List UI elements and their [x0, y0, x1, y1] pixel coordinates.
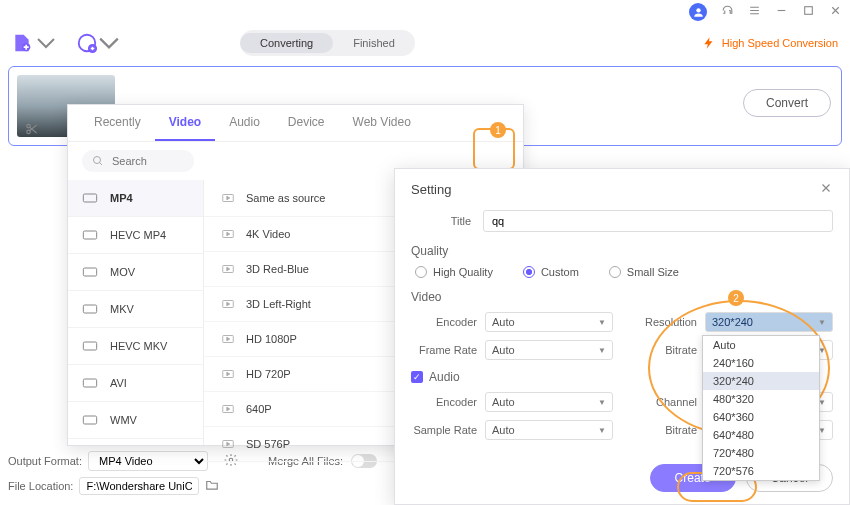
title-input[interactable]: [483, 210, 833, 232]
svg-point-7: [94, 157, 101, 164]
file-location-input[interactable]: [79, 477, 199, 495]
output-format-label: Output Format:: [8, 455, 82, 467]
tab-audio[interactable]: Audio: [215, 105, 274, 141]
res-opt-320-240[interactable]: 320*240: [703, 372, 819, 390]
badge-2: 2: [728, 290, 744, 306]
quality-section-label: Quality: [411, 244, 833, 258]
settings-title: Setting: [411, 182, 451, 197]
video-section-label: Video: [411, 290, 833, 304]
menu-icon[interactable]: [748, 4, 761, 20]
tab-recently[interactable]: Recently: [80, 105, 155, 141]
tab-converting[interactable]: Converting: [240, 33, 333, 53]
audio-section-label: Audio: [429, 370, 460, 384]
radio-custom[interactable]: Custom: [523, 266, 579, 278]
format-avi[interactable]: AVI: [68, 365, 203, 402]
format-search[interactable]: [82, 150, 194, 172]
audio-bitrate-label: Bitrate: [631, 424, 697, 436]
audio-checkbox[interactable]: ✓: [411, 371, 423, 383]
chevron-down-icon: [36, 33, 56, 53]
resolution-dropdown[interactable]: Auto 240*160 320*240 480*320 640*360 640…: [702, 335, 820, 481]
audio-encoder-label: Encoder: [411, 396, 477, 408]
lightning-icon: [702, 36, 716, 50]
headset-icon[interactable]: [721, 4, 734, 20]
res-opt-720-576[interactable]: 720*576: [703, 462, 819, 480]
svg-rect-1: [805, 7, 813, 15]
svg-rect-12: [83, 342, 96, 350]
output-format-select[interactable]: MP4 Video: [88, 451, 208, 471]
format-mov[interactable]: MOV: [68, 254, 203, 291]
framerate-label: Frame Rate: [411, 344, 477, 356]
hsc-label: High Speed Conversion: [722, 37, 838, 49]
svg-rect-11: [83, 305, 96, 313]
format-mkv[interactable]: MKV: [68, 291, 203, 328]
res-opt-240-160[interactable]: 240*160: [703, 354, 819, 372]
close-icon[interactable]: [829, 4, 842, 20]
status-tabs: Converting Finished: [240, 30, 415, 56]
audio-encoder-select[interactable]: Auto▼: [485, 392, 613, 412]
file-location-label: File Location:: [8, 480, 73, 492]
high-speed-conversion[interactable]: High Speed Conversion: [702, 36, 838, 50]
res-opt-auto[interactable]: Auto: [703, 336, 819, 354]
browse-folder-icon[interactable]: [205, 478, 219, 494]
res-opt-640-360[interactable]: 640*360: [703, 408, 819, 426]
toolbar: Converting Finished High Speed Conversio…: [0, 24, 850, 62]
close-settings-icon[interactable]: [819, 181, 833, 198]
res-opt-480-320[interactable]: 480*320: [703, 390, 819, 408]
search-icon: [92, 155, 104, 167]
svg-rect-9: [83, 231, 96, 239]
video-encoder-label: Encoder: [411, 316, 477, 328]
user-icon[interactable]: [689, 3, 707, 21]
samplerate-label: Sample Rate: [411, 424, 477, 436]
svg-rect-13: [83, 379, 96, 387]
chevron-down-icon: [98, 32, 120, 54]
tab-device[interactable]: Device: [274, 105, 339, 141]
format-list[interactable]: MP4 HEVC MP4 MOV MKV HEVC MKV AVI WMV: [68, 180, 204, 445]
res-opt-640-480[interactable]: 640*480: [703, 426, 819, 444]
format-wmv[interactable]: WMV: [68, 402, 203, 439]
format-tabs: Recently Video Audio Device Web Video: [68, 105, 523, 142]
tab-video[interactable]: Video: [155, 105, 215, 141]
tab-finished[interactable]: Finished: [333, 33, 415, 53]
samplerate-select[interactable]: Auto▼: [485, 420, 613, 440]
add-file-button[interactable]: [12, 33, 56, 53]
convert-button[interactable]: Convert: [743, 89, 831, 117]
format-mp4[interactable]: MP4: [68, 180, 203, 217]
format-hevc-mp4[interactable]: HEVC MP4: [68, 217, 203, 254]
svg-rect-14: [83, 416, 96, 424]
badge-1: 1: [490, 122, 506, 138]
radio-small-size[interactable]: Small Size: [609, 266, 679, 278]
tab-web-video[interactable]: Web Video: [339, 105, 425, 141]
trim-icon[interactable]: [25, 122, 39, 139]
svg-rect-8: [83, 194, 96, 202]
maximize-icon[interactable]: [802, 4, 815, 20]
record-button[interactable]: [76, 32, 120, 54]
titlebar: [0, 0, 850, 24]
framerate-select[interactable]: Auto▼: [485, 340, 613, 360]
minimize-icon[interactable]: [775, 4, 788, 20]
quality-radio-group: High Quality Custom Small Size: [411, 266, 833, 278]
format-hevc-mkv[interactable]: HEVC MKV: [68, 328, 203, 365]
title-label: Title: [411, 215, 471, 227]
search-input[interactable]: [112, 155, 182, 167]
video-encoder-select[interactable]: Auto▼: [485, 312, 613, 332]
svg-rect-10: [83, 268, 96, 276]
svg-point-0: [696, 8, 700, 12]
radio-high-quality[interactable]: High Quality: [415, 266, 493, 278]
res-opt-720-480[interactable]: 720*480: [703, 444, 819, 462]
